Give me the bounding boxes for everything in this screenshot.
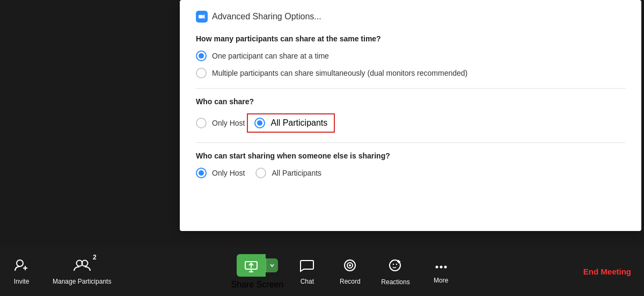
more-icon <box>434 259 449 273</box>
end-meeting-label: End Meeting <box>583 267 631 276</box>
radio-one-participant[interactable]: One participant can share at a time <box>196 50 625 61</box>
zoom-logo-icon <box>196 11 208 23</box>
radio-all-participants-2-circle[interactable] <box>255 168 266 178</box>
section3-radio-options: Only Host All Participants <box>196 168 625 178</box>
record-label: Record <box>340 278 361 285</box>
share-screen-inner <box>237 254 278 277</box>
radio-only-host-label: Only Host <box>212 119 245 127</box>
svg-point-15 <box>396 263 397 264</box>
popup-title: Advanced Sharing Options... <box>212 12 321 21</box>
section-who-can-start-sharing: Who can start sharing when someone else … <box>196 151 625 178</box>
radio-only-host-2-circle[interactable] <box>196 168 207 178</box>
svg-rect-0 <box>199 15 203 19</box>
radio-multiple-participants-circle[interactable] <box>196 68 207 78</box>
divider-2 <box>196 142 625 143</box>
invite-label: Invite <box>14 278 30 285</box>
section2-question: Who can share? <box>196 97 625 106</box>
record-button[interactable]: Record <box>328 254 371 290</box>
end-meeting-button[interactable]: End Meeting <box>570 247 644 296</box>
manage-participants-icon: 2 <box>73 258 91 275</box>
svg-point-19 <box>440 265 442 268</box>
toolbar-right-group: End Meeting <box>570 247 644 296</box>
svg-point-12 <box>349 264 351 266</box>
radio-multiple-participants-label: Multiple participants can share simultan… <box>212 69 467 77</box>
radio-one-participant-label: One participant can share at a time <box>212 52 329 60</box>
radio-only-host[interactable]: Only Host <box>196 118 245 128</box>
invite-button[interactable]: Invite <box>0 254 43 290</box>
reactions-button[interactable]: Reactions <box>371 254 419 290</box>
share-green-icon[interactable] <box>237 254 266 277</box>
svg-point-1 <box>17 260 23 266</box>
manage-participants-button[interactable]: 2 Manage Participants <box>43 254 121 290</box>
invite-icon <box>14 258 29 275</box>
section-who-can-share: Who can share? Only Host All Participant… <box>196 97 625 133</box>
radio-all-participants-circle[interactable] <box>254 118 265 128</box>
share-screen-button[interactable]: Share Screen <box>229 250 286 294</box>
popup-title-bar: Advanced Sharing Options... <box>196 11 625 23</box>
radio-only-host-circle[interactable] <box>196 118 207 128</box>
section3-question: Who can start sharing when someone else … <box>196 151 625 160</box>
manage-participants-label: Manage Participants <box>53 278 111 285</box>
more-button[interactable]: More <box>420 255 463 288</box>
radio-one-participant-circle[interactable] <box>196 50 207 61</box>
who-share-options: Only Host All Participants <box>196 113 625 133</box>
section-participants-share: How many participants can share at the s… <box>196 34 625 78</box>
svg-point-20 <box>444 265 447 268</box>
chat-button[interactable]: Chat <box>286 254 328 290</box>
svg-point-18 <box>435 265 438 268</box>
radio-all-participants-2-label: All Participants <box>272 169 321 177</box>
reactions-icon <box>388 258 403 275</box>
toolbar: Invite 2 Manage Participants <box>0 247 644 296</box>
share-screen-label: Share Screen <box>231 280 284 290</box>
more-label: More <box>434 277 448 284</box>
record-icon <box>342 258 357 275</box>
all-participants-highlight-box[interactable]: All Participants <box>247 113 335 133</box>
participants-count-badge: 2 <box>93 254 97 261</box>
main-area: Advanced Sharing Options... How many par… <box>0 0 644 247</box>
section1-question: How many participants can share at the s… <box>196 34 625 43</box>
advanced-sharing-options-panel: Advanced Sharing Options... How many par… <box>180 0 641 231</box>
radio-only-host-2-label: Only Host <box>212 169 245 177</box>
toolbar-center-group: Share Screen Chat Record <box>121 250 570 294</box>
chat-icon <box>299 258 314 275</box>
divider-1 <box>196 88 625 89</box>
radio-multiple-participants[interactable]: Multiple participants can share simultan… <box>196 68 625 78</box>
radio-all-participants-label: All Participants <box>270 118 327 128</box>
chat-label: Chat <box>301 278 314 285</box>
share-screen-chevron[interactable] <box>266 258 278 272</box>
reactions-label: Reactions <box>381 278 409 286</box>
toolbar-left-group: Invite 2 Manage Participants <box>0 254 121 290</box>
svg-point-14 <box>393 263 394 264</box>
